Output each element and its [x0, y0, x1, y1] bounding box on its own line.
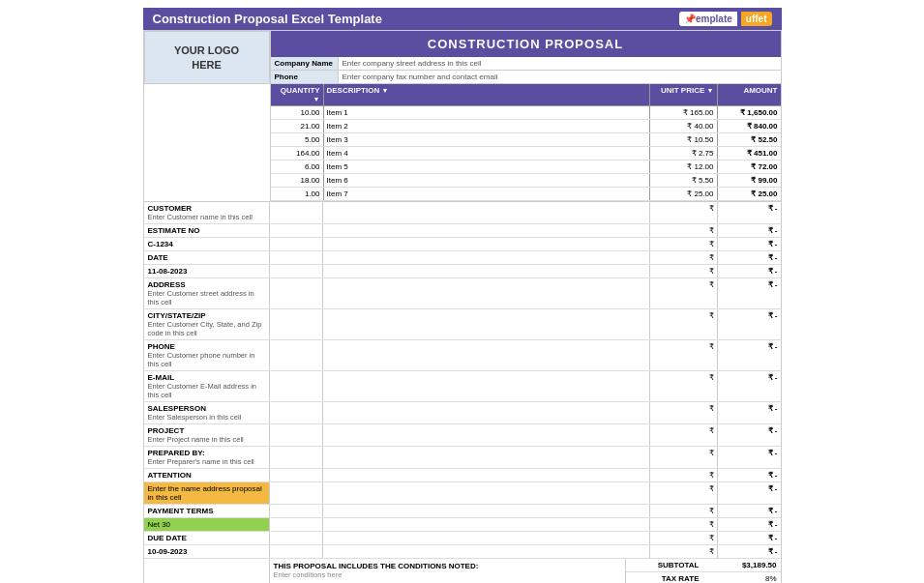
row-qty — [270, 532, 323, 544]
row-unit: ₹ — [650, 238, 718, 250]
customer-right-cells: ₹ ₹ - — [270, 278, 781, 308]
item-unit: ₹ 12.00 — [650, 160, 718, 173]
item-qty: 6.00 — [271, 160, 324, 173]
row-qty — [270, 251, 323, 264]
row-amt: ₹ - — [718, 469, 781, 481]
item-row: 21.00 Item 2 ₹ 40.00 ₹ 840.00 — [271, 120, 781, 133]
row-unit: ₹ — [650, 402, 718, 423]
row-desc — [323, 202, 650, 223]
row-amt: ₹ - — [718, 424, 781, 446]
row-unit: ₹ — [650, 532, 718, 544]
row-unit: ₹ — [650, 447, 718, 468]
customer-label: SALESPERSON Enter Salesperson in this ce… — [144, 402, 270, 423]
item-amt: ₹ 72.00 — [718, 160, 781, 173]
row-qty — [270, 402, 323, 423]
customer-right-cells: ₹ ₹ - — [270, 469, 781, 481]
taxrate-label: TAX RATE — [626, 572, 703, 583]
row-amt: ₹ - — [718, 402, 781, 423]
customer-info-row: CITY/STATE/ZIP Enter Customer City, Stat… — [144, 309, 781, 340]
phone-row: Phone Enter company fax number and conta… — [271, 71, 781, 84]
row-qty — [270, 545, 323, 558]
row-unit: ₹ — [650, 424, 718, 446]
row-amt: ₹ - — [718, 238, 781, 250]
item-qty: 10.00 — [271, 106, 324, 119]
item-row: 18.00 Item 6 ₹ 5.50 ₹ 99.00 — [271, 174, 781, 188]
customer-right-cells: ₹ ₹ - — [270, 202, 781, 223]
item-amt: ₹ 25.00 — [718, 188, 781, 200]
item-qty: 164.00 — [271, 147, 324, 160]
page-title: Construction Proposal Excel Template — [153, 12, 382, 26]
phone-value: Enter company fax number and contact ema… — [339, 71, 781, 83]
row-amt: ₹ - — [718, 371, 781, 401]
item-desc: Item 5 — [324, 160, 650, 173]
item-desc: Item 2 — [324, 120, 650, 132]
row-unit: ₹ — [650, 518, 718, 531]
customer-label: ADDRESS Enter Customer street address in… — [144, 278, 270, 308]
customer-info-row: PROJECT Enter Project name in this cell … — [144, 424, 781, 447]
logo-box: YOUR LOGO HERE — [144, 31, 270, 84]
customer-info-row: ATTENTION ₹ ₹ - — [144, 469, 781, 482]
item-row: 6.00 Item 5 ₹ 12.00 ₹ 72.00 — [271, 160, 781, 174]
item-qty: 1.00 — [271, 188, 324, 200]
brand-icon-part2: uffet — [741, 12, 772, 26]
row-amt: ₹ - — [718, 251, 781, 264]
customer-info-row: DUE DATE ₹ ₹ - — [144, 532, 781, 545]
row-desc — [323, 402, 650, 423]
row-amt: ₹ - — [718, 340, 781, 370]
row-unit: ₹ — [650, 251, 718, 264]
proposal-title: CONSTRUCTION PROPOSAL — [271, 31, 781, 57]
customer-info-row: CUSTOMER Enter Customer name in this cel… — [144, 202, 781, 224]
customer-label: ATTENTION — [144, 469, 270, 481]
customer-info-row: SALESPERSON Enter Salesperson in this ce… — [144, 402, 781, 424]
item-desc: Item 3 — [324, 133, 650, 146]
row-amt: ₹ - — [718, 265, 781, 277]
customer-label: 10-09-2023 — [144, 545, 270, 558]
company-name-row: Company Name Enter company street addres… — [271, 57, 781, 71]
customer-right-cells: ₹ ₹ - — [270, 402, 781, 423]
item-amt: ₹ 1,650.00 — [718, 106, 781, 119]
column-headers: QUANTITY ▼ DESCRIPTION ▼ UNIT PRICE ▼ AM… — [271, 84, 781, 106]
item-unit: ₹ 10.50 — [650, 133, 718, 146]
row-amt: ₹ - — [718, 278, 781, 308]
customer-label: PHONE Enter Customer phone number in thi… — [144, 340, 270, 370]
customer-info-row: PREPARED BY: Enter Preparer's name in th… — [144, 447, 781, 469]
row-desc — [323, 469, 650, 481]
item-unit: ₹ 40.00 — [650, 120, 718, 132]
row-unit: ₹ — [650, 469, 718, 481]
row-amt: ₹ - — [718, 545, 781, 558]
customer-right-cells: ₹ ₹ - — [270, 251, 781, 264]
customer-label: 11-08-2023 — [144, 265, 270, 277]
bottom-right: THIS PROPOSAL INCLUDES THE CONDITIONS NO… — [270, 559, 781, 583]
row-desc — [323, 371, 650, 401]
row-unit: ₹ — [650, 371, 718, 401]
row-unit: ₹ — [650, 545, 718, 558]
customer-info-row: ADDRESS Enter Customer street address in… — [144, 278, 781, 309]
bottom-section: THIS PROPOSAL INCLUDES THE CONDITIONS NO… — [143, 559, 782, 583]
row-qty — [270, 278, 323, 308]
customer-label: PREPARED BY: Enter Preparer's name in th… — [144, 447, 270, 468]
customer-label: ESTIMATE NO — [144, 224, 270, 237]
right-panel: CONSTRUCTION PROPOSAL Company Name Enter… — [270, 31, 781, 201]
logo-text-line2: HERE — [174, 58, 239, 72]
item-unit: ₹ 5.50 — [650, 174, 718, 187]
item-qty: 18.00 — [271, 174, 324, 187]
row-desc — [323, 482, 650, 504]
customer-right-cells: ₹ ₹ - — [270, 224, 781, 237]
customer-right-cells: ₹ ₹ - — [270, 545, 781, 558]
row-qty — [270, 265, 323, 277]
company-name-value: Enter company street address in this cel… — [339, 57, 781, 70]
item-desc: Item 6 — [324, 174, 650, 187]
item-rows: 10.00 Item 1 ₹ 165.00 ₹ 1,650.00 21.00 I… — [271, 106, 781, 201]
row-unit: ₹ — [650, 224, 718, 237]
row-amt: ₹ - — [718, 202, 781, 223]
customer-right-cells: ₹ ₹ - — [270, 482, 781, 504]
item-desc: Item 7 — [324, 188, 650, 200]
row-qty — [270, 309, 323, 339]
row-desc — [323, 278, 650, 308]
customer-right-cells: ₹ ₹ - — [270, 309, 781, 339]
top-bar: Construction Proposal Excel Template 📌em… — [143, 8, 782, 30]
customer-right-cells: ₹ ₹ - — [270, 424, 781, 446]
row-unit: ₹ — [650, 278, 718, 308]
logo-text-line1: YOUR LOGO — [174, 44, 239, 57]
row-qty — [270, 482, 323, 504]
